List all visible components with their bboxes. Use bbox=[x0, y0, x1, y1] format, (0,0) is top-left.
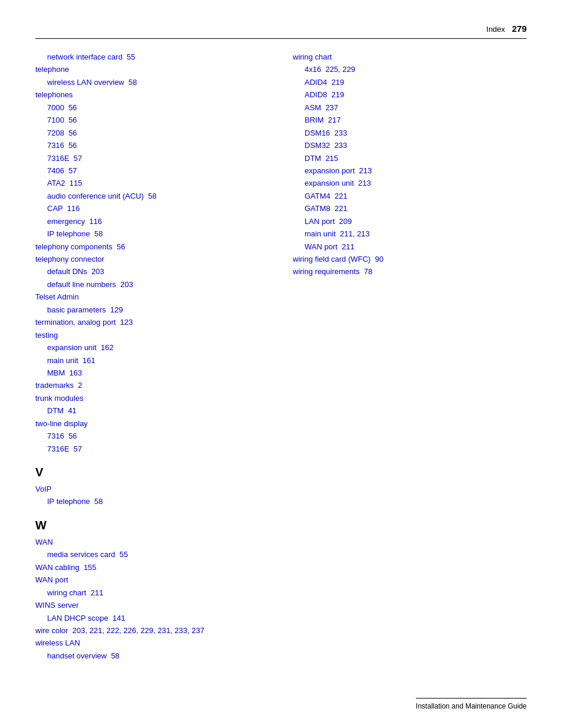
index-entry: CAP 116 bbox=[35, 202, 269, 215]
index-link[interactable]: ADID4 219 bbox=[305, 78, 344, 87]
index-entry: main unit 211, 213 bbox=[293, 228, 527, 240]
index-link[interactable]: 7406 57 bbox=[47, 166, 77, 175]
index-category[interactable]: VoIP bbox=[35, 485, 51, 493]
index-link[interactable]: emergency 116 bbox=[47, 217, 102, 226]
index-entry: ADID8 219 bbox=[293, 88, 527, 101]
index-category[interactable]: telephones bbox=[35, 90, 73, 99]
index-link[interactable]: GATM8 221 bbox=[305, 204, 348, 213]
index-entry: wiring requirements 78 bbox=[293, 265, 527, 278]
index-entry: WAN bbox=[35, 536, 269, 548]
index-link[interactable]: LAN port 209 bbox=[305, 217, 352, 226]
index-entry: basic parameters 129 bbox=[35, 304, 269, 316]
index-link[interactable]: basic parameters 129 bbox=[47, 305, 123, 314]
page: Index 279 network interface card 55telep… bbox=[0, 0, 562, 728]
index-link[interactable]: 4x16 225, 229 bbox=[305, 65, 355, 74]
index-link[interactable]: DTM 215 bbox=[305, 154, 338, 163]
index-link[interactable]: 7316E 57 bbox=[47, 154, 82, 163]
index-entry: testing bbox=[35, 329, 269, 341]
index-entry: 7000 56 bbox=[35, 101, 269, 114]
index-entry: 7316E 57 bbox=[35, 443, 269, 455]
index-entry: 7208 56 bbox=[35, 127, 269, 139]
index-category[interactable]: wireless LAN bbox=[35, 638, 80, 647]
header-page-number: 279 bbox=[512, 24, 527, 34]
index-link[interactable]: DSM32 233 bbox=[305, 141, 347, 150]
index-link[interactable]: GATM4 221 bbox=[305, 192, 348, 200]
section-letter-w: W bbox=[35, 519, 269, 532]
index-link[interactable]: 7316E 57 bbox=[47, 444, 82, 453]
index-link[interactable]: MBM 163 bbox=[47, 368, 82, 377]
index-link[interactable]: LAN DHCP scope 141 bbox=[47, 614, 125, 622]
index-link[interactable]: expansion port 213 bbox=[305, 166, 372, 175]
index-link[interactable]: ASM 237 bbox=[305, 103, 338, 112]
index-link[interactable]: main unit 161 bbox=[47, 356, 95, 365]
index-entry: LAN DHCP scope 141 bbox=[35, 612, 269, 624]
page-footer: Installation and Maintenance Guide bbox=[416, 698, 527, 710]
left-column: network interface card 55telephonewirele… bbox=[35, 51, 269, 662]
index-link[interactable]: ATA2 115 bbox=[47, 179, 82, 187]
index-link[interactable]: wire color 203, 221, 222, 226, 229, 231,… bbox=[35, 626, 204, 635]
index-entry: 7316 56 bbox=[35, 139, 269, 151]
index-link[interactable]: 7000 56 bbox=[47, 103, 77, 112]
index-link[interactable]: telephony components 56 bbox=[35, 242, 125, 251]
index-link[interactable]: trademarks 2 bbox=[35, 381, 82, 390]
index-link[interactable]: wiring chart 211 bbox=[47, 588, 103, 597]
index-category[interactable]: Telset Admin bbox=[35, 292, 79, 301]
index-link[interactable]: CAP 116 bbox=[47, 204, 80, 213]
index-entry: telephony components 56 bbox=[35, 241, 269, 253]
index-link[interactable]: network interface card 55 bbox=[47, 52, 135, 61]
index-entry: media services card 55 bbox=[35, 548, 269, 561]
index-entry: DSM16 233 bbox=[293, 127, 527, 139]
header-section: Index 279 bbox=[487, 24, 527, 34]
index-category[interactable]: wiring chart bbox=[293, 52, 332, 61]
index-link[interactable]: WAN cabling 155 bbox=[35, 563, 97, 572]
index-entry: GATM8 221 bbox=[293, 202, 527, 215]
index-link[interactable]: default line numbers 203 bbox=[47, 280, 133, 289]
index-category[interactable]: WAN port bbox=[35, 575, 68, 584]
index-entry: 4x16 225, 229 bbox=[293, 63, 527, 75]
index-entry: termination, analog port 123 bbox=[35, 316, 269, 328]
index-link[interactable]: audio conference unit (ACU) 58 bbox=[47, 192, 157, 200]
index-link[interactable]: termination, analog port 123 bbox=[35, 318, 133, 327]
index-link[interactable]: wiring requirements 78 bbox=[293, 267, 372, 276]
index-entry: wiring chart bbox=[293, 51, 527, 63]
index-entry: telephones bbox=[35, 88, 269, 101]
index-link[interactable]: DTM 41 bbox=[47, 406, 77, 415]
index-link[interactable]: handset overview 58 bbox=[47, 651, 120, 660]
index-entry: audio conference unit (ACU) 58 bbox=[35, 190, 269, 202]
index-link[interactable]: IP telephone 58 bbox=[47, 229, 103, 238]
index-link[interactable]: default DNs 203 bbox=[47, 267, 104, 276]
footer-text: Installation and Maintenance Guide bbox=[416, 702, 527, 710]
index-entry: wire color 203, 221, 222, 226, 229, 231,… bbox=[35, 624, 269, 637]
index-category[interactable]: testing bbox=[35, 331, 58, 340]
index-entry: wireless LAN bbox=[35, 637, 269, 649]
index-category[interactable]: telephone bbox=[35, 65, 69, 74]
index-link[interactable]: WAN port 211 bbox=[305, 242, 355, 251]
index-link[interactable]: main unit 211, 213 bbox=[305, 229, 370, 238]
index-link[interactable]: wiring field card (WFC) 90 bbox=[293, 255, 384, 263]
index-category[interactable]: two-line display bbox=[35, 419, 88, 428]
index-link[interactable]: wireless LAN overview 58 bbox=[47, 78, 137, 87]
index-entry: LAN port 209 bbox=[293, 215, 527, 228]
index-link[interactable]: DSM16 233 bbox=[305, 129, 347, 137]
index-entry: WAN port 211 bbox=[293, 241, 527, 253]
index-entry: Telset Admin bbox=[35, 291, 269, 303]
index-link[interactable]: media services card 55 bbox=[47, 550, 128, 559]
index-link[interactable]: IP telephone 58 bbox=[47, 497, 103, 506]
index-link[interactable]: BRIM 217 bbox=[305, 116, 340, 124]
index-entry: ADID4 219 bbox=[293, 76, 527, 88]
index-link[interactable]: expansion unit 213 bbox=[305, 179, 371, 187]
index-category[interactable]: WINS server bbox=[35, 601, 79, 610]
index-entry: MBM 163 bbox=[35, 367, 269, 379]
index-category[interactable]: telephony connector bbox=[35, 255, 104, 263]
index-link[interactable]: 7100 56 bbox=[47, 116, 77, 124]
index-category[interactable]: WAN bbox=[35, 538, 53, 546]
index-category[interactable]: trunk modules bbox=[35, 394, 84, 403]
index-link[interactable]: 7316 56 bbox=[47, 141, 77, 150]
index-link[interactable]: ADID8 219 bbox=[305, 90, 344, 99]
index-entry: expansion unit 162 bbox=[35, 341, 269, 354]
index-entry: network interface card 55 bbox=[35, 51, 269, 63]
index-link[interactable]: 7316 56 bbox=[47, 431, 77, 440]
index-link[interactable]: expansion unit 162 bbox=[47, 343, 114, 352]
index-link[interactable]: 7208 56 bbox=[47, 129, 77, 137]
footer-divider bbox=[416, 698, 527, 699]
